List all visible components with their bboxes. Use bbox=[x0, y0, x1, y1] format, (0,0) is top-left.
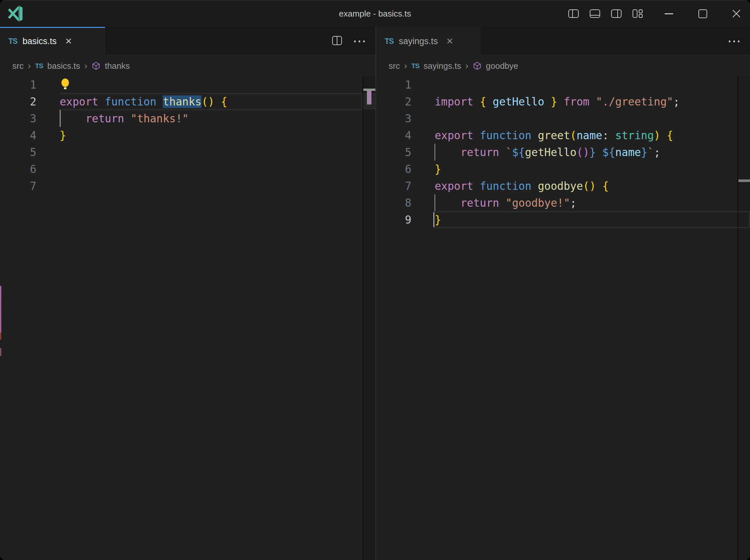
tabstrip-right: TS sayings.ts ✕ ⋯ bbox=[376, 27, 750, 56]
background-edge-strip bbox=[0, 286, 1, 333]
text-cursor bbox=[433, 212, 434, 227]
line-number[interactable]: 2 bbox=[0, 95, 36, 108]
line-number[interactable]: 7 bbox=[376, 180, 411, 193]
close-tab-icon[interactable]: ✕ bbox=[446, 36, 453, 46]
background-edge-strip bbox=[0, 348, 1, 356]
code-line[interactable]: 5 return `${getHello()} ${name}`; bbox=[376, 144, 750, 161]
breadcrumb: src › TS basics.ts › thanks bbox=[0, 56, 375, 76]
line-number[interactable]: 3 bbox=[0, 112, 36, 125]
minimap[interactable] bbox=[362, 76, 375, 560]
line-number[interactable]: 4 bbox=[0, 129, 36, 142]
code-text: export function thanks() { bbox=[36, 95, 227, 108]
typescript-file-icon: TS bbox=[35, 62, 43, 70]
code-text: import { getHello } from "./greeting"; bbox=[411, 95, 680, 108]
line-number[interactable]: 8 bbox=[376, 197, 411, 209]
typescript-file-icon: TS bbox=[8, 37, 17, 46]
line-number[interactable]: 1 bbox=[376, 79, 411, 91]
code-line[interactable]: 8 return "goodbye!"; bbox=[376, 194, 750, 211]
line-number[interactable]: 3 bbox=[376, 112, 411, 125]
code-line[interactable]: 4} bbox=[0, 127, 375, 144]
code-line[interactable]: 7export function goodbye() { bbox=[376, 178, 750, 194]
more-actions-icon[interactable]: ⋯ bbox=[352, 27, 367, 56]
code-text: return "goodbye!"; bbox=[411, 197, 576, 209]
vscode-window: example - basics.ts bbox=[0, 0, 750, 560]
editor-area: TS basics.ts ✕ ⋯ src › TS basics. bbox=[0, 27, 750, 560]
line-number[interactable]: 5 bbox=[376, 146, 411, 159]
code-text: export function greet(name: string) { bbox=[411, 129, 673, 142]
breadcrumb-folder[interactable]: src bbox=[389, 61, 400, 71]
minimap-purple-decoration bbox=[367, 91, 371, 104]
code-line[interactable]: 4export function greet(name: string) { bbox=[376, 127, 750, 144]
breadcrumb-file[interactable]: basics.ts bbox=[47, 61, 80, 71]
lightbulb-icon[interactable] bbox=[60, 78, 71, 92]
line-number[interactable]: 2 bbox=[376, 95, 411, 108]
breadcrumb-folder[interactable]: src bbox=[12, 61, 24, 71]
more-actions-icon[interactable]: ⋯ bbox=[727, 27, 742, 56]
tabstrip-left: TS basics.ts ✕ ⋯ bbox=[0, 27, 375, 56]
code-line[interactable]: 6} bbox=[376, 161, 750, 178]
symbol-module-icon bbox=[473, 61, 482, 71]
line-number[interactable]: 4 bbox=[376, 129, 411, 142]
code-line[interactable]: 5 bbox=[0, 144, 375, 161]
line-number[interactable]: 7 bbox=[0, 180, 36, 193]
code-line[interactable]: 3 return "thanks!" bbox=[0, 110, 375, 127]
typescript-file-icon: TS bbox=[385, 37, 393, 46]
tab-label: sayings.ts bbox=[399, 36, 438, 46]
line-number[interactable]: 6 bbox=[376, 163, 411, 176]
line-number[interactable]: 1 bbox=[0, 79, 36, 91]
vscode-logo bbox=[6, 4, 25, 23]
chevron-right-icon: › bbox=[465, 61, 468, 71]
tab-label: basics.ts bbox=[22, 36, 57, 46]
toggle-secondary-sidebar-icon[interactable] bbox=[610, 7, 623, 20]
titlebar-controls bbox=[559, 0, 743, 27]
code-text: } bbox=[36, 129, 66, 142]
editor-actions-left: ⋯ bbox=[331, 27, 367, 56]
code-line[interactable]: 1 bbox=[376, 76, 750, 93]
editor-actions-right: ⋯ bbox=[727, 27, 742, 56]
breadcrumb-symbol[interactable]: goodbye bbox=[486, 61, 519, 71]
toggle-primary-sidebar-icon[interactable] bbox=[567, 7, 580, 20]
line-number[interactable]: 9 bbox=[376, 214, 411, 226]
code-line[interactable]: 7 bbox=[0, 178, 375, 194]
line-number[interactable]: 5 bbox=[0, 146, 36, 159]
window-title: example - basics.ts bbox=[339, 9, 411, 19]
code-text: } bbox=[411, 214, 441, 226]
minimap-gray-decoration bbox=[363, 88, 375, 91]
editor-group-left: TS basics.ts ✕ ⋯ src › TS basics. bbox=[0, 27, 375, 560]
current-line-highlight bbox=[433, 211, 750, 228]
chevron-right-icon: › bbox=[404, 61, 407, 71]
code-text: export function goodbye() { bbox=[411, 180, 609, 193]
code-line[interactable]: 2export function thanks() { bbox=[0, 93, 375, 110]
code-text: return "thanks!" bbox=[36, 112, 188, 125]
code-line[interactable]: 3 bbox=[376, 110, 750, 127]
breadcrumb-symbol[interactable]: thanks bbox=[105, 61, 130, 71]
editor-group-right: TS sayings.ts ✕ ⋯ src › TS sayings.ts › bbox=[376, 27, 750, 560]
code-line[interactable]: 9} bbox=[376, 211, 750, 228]
customize-layout-icon[interactable] bbox=[631, 7, 644, 20]
breadcrumb: src › TS sayings.ts › goodbye bbox=[376, 56, 750, 76]
code-line[interactable]: 1 bbox=[0, 76, 375, 93]
symbol-module-icon bbox=[92, 61, 101, 71]
chevron-right-icon: › bbox=[84, 61, 87, 71]
tab-sayings-ts[interactable]: TS sayings.ts ✕ bbox=[376, 27, 481, 56]
tab-basics-ts[interactable]: TS basics.ts ✕ bbox=[0, 27, 105, 56]
active-tab-indicator bbox=[0, 27, 105, 28]
chevron-right-icon: › bbox=[28, 61, 31, 71]
code-text: return `${getHello()} ${name}`; bbox=[411, 146, 661, 159]
minimize-button[interactable] bbox=[663, 7, 675, 20]
close-tab-icon[interactable]: ✕ bbox=[65, 36, 72, 46]
overview-ruler[interactable] bbox=[737, 76, 750, 560]
code-text: } bbox=[411, 163, 441, 176]
code-editor-sayings[interactable]: 12import { getHello } from "./greeting";… bbox=[376, 76, 750, 560]
overview-gray-decoration bbox=[738, 179, 750, 182]
toggle-panel-icon[interactable] bbox=[588, 7, 602, 20]
code-line[interactable]: 6 bbox=[0, 161, 375, 178]
typescript-file-icon: TS bbox=[411, 62, 420, 70]
line-number[interactable]: 6 bbox=[0, 163, 36, 176]
split-editor-icon[interactable] bbox=[331, 35, 343, 48]
maximize-button[interactable] bbox=[696, 7, 709, 20]
breadcrumb-file[interactable]: sayings.ts bbox=[424, 61, 461, 71]
code-editor-basics[interactable]: 12export function thanks() {3 return "th… bbox=[0, 76, 375, 560]
close-button[interactable] bbox=[730, 7, 743, 20]
code-line[interactable]: 2import { getHello } from "./greeting"; bbox=[376, 93, 750, 110]
